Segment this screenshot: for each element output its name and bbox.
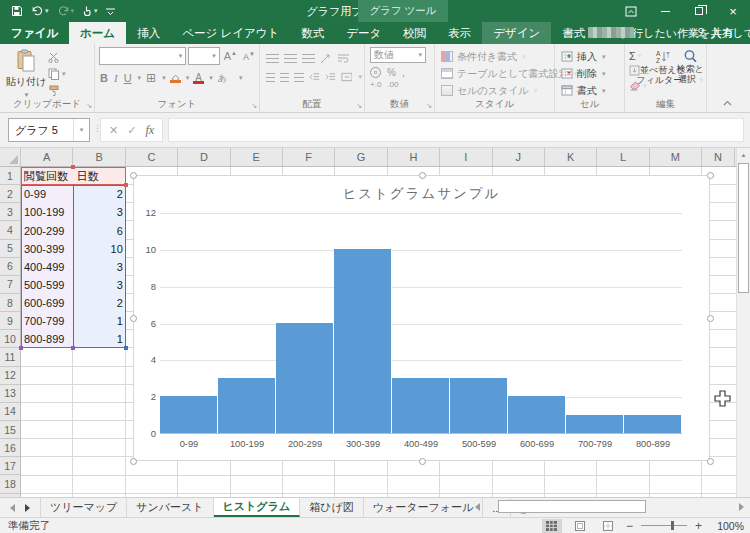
column-header-G[interactable]: G <box>335 148 387 166</box>
zoom-slider-thumb[interactable] <box>671 521 674 530</box>
cancel-formula-icon[interactable]: ✕ <box>109 124 118 137</box>
chart-selection-handle[interactable] <box>707 458 714 465</box>
touch-dropdown-caret[interactable]: ▾ <box>94 7 98 15</box>
cell-B4[interactable]: 6 <box>73 221 125 239</box>
cell-B10[interactable]: 1 <box>73 330 125 348</box>
cell-A4[interactable]: 200-299 <box>21 221 73 239</box>
row-header-13[interactable]: 13 <box>0 385 20 403</box>
chart-selection-handle[interactable] <box>707 172 714 179</box>
column-header-I[interactable]: I <box>440 148 492 166</box>
cell-B8[interactable]: 2 <box>73 294 125 312</box>
column-header-B[interactable]: B <box>73 148 125 166</box>
row-header-7[interactable]: 7 <box>0 276 20 294</box>
sort-filter-button[interactable]: AZ 並べ替えとフィルター ▾ <box>649 47 677 99</box>
row-header-18[interactable]: 18 <box>0 475 20 493</box>
wrap-text-icon[interactable] <box>337 53 350 63</box>
cell-A2[interactable]: 0-99 <box>21 185 73 203</box>
font-dialog-launcher[interactable]: ↘ <box>251 102 257 110</box>
merge-center-icon[interactable] <box>341 72 353 82</box>
sheet-tab-ヒストグラム[interactable]: ヒストグラム <box>214 498 301 517</box>
row-header-6[interactable]: 6 <box>0 258 20 276</box>
zoom-in-button[interactable]: + <box>695 519 702 533</box>
touch-mode-button[interactable]: ▾ <box>79 2 101 20</box>
column-header-N[interactable]: N <box>702 148 735 166</box>
tab-データ[interactable]: データ <box>335 22 392 44</box>
prev-sheet-icon[interactable] <box>10 504 15 512</box>
chart-selection-handle[interactable] <box>419 172 426 179</box>
insert-function-icon[interactable]: fx <box>145 123 154 138</box>
formula-input[interactable] <box>168 118 744 142</box>
row-header-15[interactable]: 15 <box>0 421 20 439</box>
scroll-left-icon[interactable] <box>475 503 480 511</box>
chart-bar-0-99[interactable] <box>160 396 218 433</box>
column-header-L[interactable]: L <box>597 148 649 166</box>
vertical-scroll-thumb[interactable] <box>738 163 749 293</box>
undo-button[interactable]: ▾ <box>28 2 52 20</box>
align-right-icon[interactable] <box>294 73 303 82</box>
page-layout-view-button[interactable] <box>570 519 590 533</box>
save-icon[interactable] <box>8 2 26 20</box>
fill-color-button[interactable] <box>170 74 181 83</box>
name-box-dropdown[interactable]: ▾ <box>73 119 89 141</box>
bold-button[interactable]: B <box>99 72 109 84</box>
number-dialog-launcher[interactable]: ↘ <box>426 102 432 110</box>
underline-dropdown-caret[interactable]: ▾ <box>138 74 142 82</box>
tab-ページ レイアウト[interactable]: ページ レイアウト <box>171 22 290 44</box>
chart-bar-600-699[interactable] <box>508 396 566 433</box>
align-middle-icon[interactable] <box>284 54 297 63</box>
chart-bar-200-299[interactable] <box>276 323 334 434</box>
vertical-scrollbar[interactable]: ▲ <box>736 148 750 497</box>
chart-bar-400-499[interactable] <box>392 378 450 433</box>
row-header-2[interactable]: 2 <box>0 185 20 203</box>
normal-view-button[interactable] <box>542 519 562 533</box>
horizontal-scroll-thumb[interactable] <box>498 500 646 513</box>
column-header-F[interactable]: F <box>283 148 335 166</box>
decrease-decimal-button[interactable]: .00 <box>387 80 398 89</box>
clipboard-dialog-launcher[interactable]: ↘ <box>86 102 92 110</box>
chart-selection-handle[interactable] <box>707 315 714 322</box>
cell-B2[interactable]: 2 <box>73 185 125 203</box>
horizontal-scrollbar[interactable] <box>470 499 748 514</box>
row-header-16[interactable]: 16 <box>0 439 20 457</box>
italic-button[interactable]: I <box>113 72 119 84</box>
borders-dropdown-caret[interactable]: ▾ <box>162 74 166 82</box>
ruby-button[interactable]: あ゠ <box>217 71 234 85</box>
sheet-tab-ツリーマップ[interactable]: ツリーマップ <box>40 498 127 517</box>
name-box[interactable]: グラフ 5 ▾ <box>8 118 90 142</box>
row-header-10[interactable]: 10 <box>0 330 20 348</box>
delete-cells-button[interactable]: 削除▾ <box>561 66 622 81</box>
find-select-button[interactable]: 検索と選択 ▾ <box>677 47 704 99</box>
row-header-9[interactable]: 9 <box>0 312 20 330</box>
format-painter-button[interactable] <box>48 84 66 98</box>
chart-selection-handle[interactable] <box>419 458 426 465</box>
decrease-indent-icon[interactable] <box>309 72 320 82</box>
tab-ホーム[interactable]: ホーム <box>69 22 126 44</box>
column-header-J[interactable]: J <box>493 148 545 166</box>
cell-B6[interactable]: 3 <box>73 258 125 276</box>
redo-button[interactable]: ▾ <box>54 2 78 20</box>
column-header-C[interactable]: C <box>126 148 178 166</box>
chart-bar-700-799[interactable] <box>566 415 624 433</box>
align-center-icon[interactable] <box>280 73 289 82</box>
increase-decimal-button[interactable]: +.0 <box>370 80 381 89</box>
collapse-ribbon-button[interactable] <box>723 98 732 108</box>
increase-font-size-button[interactable]: A▲ <box>222 50 239 62</box>
chart-selection-handle[interactable] <box>130 172 137 179</box>
chart-bar-800-899[interactable] <box>624 415 682 433</box>
share-button[interactable]: 共有 <box>687 22 742 44</box>
row-header-12[interactable]: 12 <box>0 367 20 385</box>
ribbon-display-options-button[interactable] <box>614 0 648 22</box>
chart-selection-handle[interactable] <box>130 315 137 322</box>
tab-表示[interactable]: 表示 <box>437 22 482 44</box>
align-left-icon[interactable] <box>266 73 275 82</box>
cell-A1[interactable]: 閲覧回数 <box>21 167 73 185</box>
cell-A9[interactable]: 700-799 <box>21 312 73 330</box>
chart-selection-handle[interactable] <box>130 458 137 465</box>
comma-format-button[interactable]: , <box>402 67 405 78</box>
decrease-font-size-button[interactable]: A▼ <box>241 51 257 62</box>
zoom-out-button[interactable]: − <box>626 519 633 533</box>
row-header-11[interactable]: 11 <box>0 348 20 366</box>
copy-button[interactable]: ▾ <box>48 67 66 81</box>
merge-dropdown-caret[interactable]: ▾ <box>358 73 362 81</box>
chart-bar-500-599[interactable] <box>450 378 508 433</box>
